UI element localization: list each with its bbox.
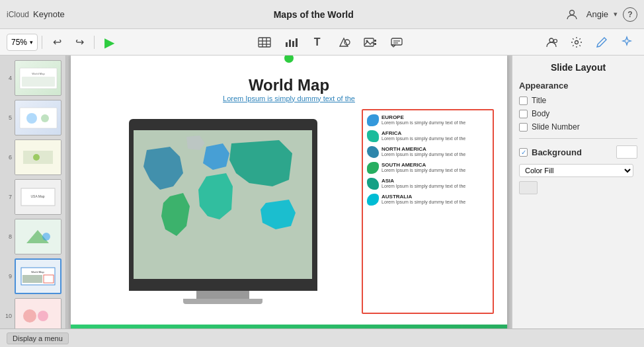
europe-name: EUROPE xyxy=(382,114,465,120)
asia-name: ASIA xyxy=(382,178,465,184)
title-checkbox-row: Title xyxy=(519,96,637,105)
title-checkbox-label: Title xyxy=(532,96,546,105)
settings-button[interactable] xyxy=(566,32,587,52)
display-menu-button[interactable]: Display a menu xyxy=(7,332,69,344)
africa-icon xyxy=(367,130,379,142)
background-section-title: Background xyxy=(532,147,582,157)
magic-button[interactable] xyxy=(616,32,637,52)
map-container xyxy=(84,109,362,314)
slide-thumb-9[interactable]: 9 World Map xyxy=(0,256,65,296)
collaborate-icon[interactable] xyxy=(563,5,581,24)
slide-num-10: 10 xyxy=(4,313,12,319)
north-america-desc: Lorem Ipsum is simply dummy text of the xyxy=(382,152,465,157)
media-button[interactable] xyxy=(360,32,381,52)
color-fill-row: Color Fill Gradient Fill Image Fill No F… xyxy=(519,164,637,177)
monitor-screen xyxy=(134,130,312,279)
app-name[interactable]: Keynote xyxy=(33,9,65,19)
slide-thumb-5[interactable]: 5 xyxy=(0,98,65,137)
panel-divider xyxy=(519,138,637,139)
zoom-chevron-icon: ▾ xyxy=(30,39,33,46)
svg-rect-35 xyxy=(22,275,42,283)
monitor-frame xyxy=(129,119,317,291)
top-bar-center: Maps of the World xyxy=(70,9,557,20)
body-checkbox-row: Body xyxy=(519,109,637,118)
svg-rect-14 xyxy=(374,43,376,45)
slide-thumb-7[interactable]: 7 USA Map xyxy=(0,177,65,217)
slide-thumb-6[interactable]: 6 xyxy=(0,137,65,177)
background-checkbox[interactable]: ✓ xyxy=(519,148,528,157)
title-checkbox[interactable] xyxy=(519,96,528,105)
africa-name: AFRICA xyxy=(382,130,465,136)
svg-point-38 xyxy=(38,311,48,321)
south-america-name: SOUTH AMERICA xyxy=(382,162,465,168)
zoom-value: 75% xyxy=(11,38,27,47)
slide-img-10 xyxy=(15,298,61,328)
australia-desc: Lorem Ipsum is simply dummy text of the xyxy=(382,200,465,205)
background-section-header: ✓ Background xyxy=(519,145,637,159)
legend-item-north-america: NORTH AMERICA Lorem Ipsum is simply dumm… xyxy=(367,146,489,158)
legend-item-europe: EUROPE Lorem Ipsum is simply dummy text … xyxy=(367,114,489,126)
world-map-svg xyxy=(134,130,312,279)
asia-text: ASIA Lorem Ipsum is simply dummy text of… xyxy=(382,178,465,189)
north-america-name: NORTH AMERICA xyxy=(382,146,465,152)
slide-thumb-4[interactable]: 4 World Map xyxy=(0,58,65,98)
south-america-desc: Lorem Ipsum is simply dummy text of the xyxy=(382,168,465,173)
slide-thumb-10[interactable]: 10 xyxy=(0,296,65,328)
slide-dot xyxy=(284,56,294,63)
africa-desc: Lorem Ipsum is simply dummy text of the xyxy=(382,136,465,141)
toolbar-divider-2 xyxy=(94,36,95,49)
body-checkbox[interactable] xyxy=(519,110,528,118)
north-america-text: NORTH AMERICA Lorem Ipsum is simply dumm… xyxy=(382,146,465,157)
slide-panel: 4 World Map 5 6 7 xyxy=(0,56,66,328)
top-bar-left: iCloud Keynote xyxy=(7,9,65,19)
svg-point-37 xyxy=(23,309,36,323)
chart-button[interactable] xyxy=(280,32,302,52)
legend-item-south-america: SOUTH AMERICA Lorem Ipsum is simply dumm… xyxy=(367,162,489,174)
user-chevron-icon[interactable]: ▾ xyxy=(614,10,618,19)
legend-item-australia: AUSTRALIA Lorem Ipsum is simply dummy te… xyxy=(367,194,489,206)
slide-img-8 xyxy=(15,219,61,254)
table-button[interactable] xyxy=(254,32,275,52)
europe-text: EUROPE Lorem Ipsum is simply dummy text … xyxy=(382,114,465,126)
svg-point-20 xyxy=(575,40,579,44)
slide-img-6 xyxy=(15,139,61,175)
svg-rect-9 xyxy=(296,38,298,47)
svg-rect-23 xyxy=(22,77,55,87)
text-button[interactable]: T xyxy=(307,32,328,52)
undo-button[interactable]: ↩ xyxy=(46,32,67,52)
pen-button[interactable] xyxy=(591,32,612,52)
zoom-selector[interactable]: 75% ▾ xyxy=(7,34,38,51)
background-color-swatch[interactable] xyxy=(616,145,637,159)
slide-number-checkbox[interactable] xyxy=(519,123,528,132)
slide-img-7: USA Map xyxy=(15,179,61,215)
icloud-logo[interactable]: iCloud xyxy=(7,10,29,19)
slide-canvas[interactable]: World Map Lorem Ipsum is simply dummy te… xyxy=(71,56,507,328)
user-settings-button[interactable] xyxy=(541,32,562,52)
shape-button[interactable] xyxy=(333,32,354,52)
toolbar-center-group: T xyxy=(122,32,538,52)
slide-bottom-bar xyxy=(71,325,507,329)
redo-button[interactable]: ↪ xyxy=(69,32,90,52)
help-button[interactable]: ? xyxy=(623,7,637,22)
color-swatch-small[interactable] xyxy=(519,181,538,194)
play-button[interactable]: ▶ xyxy=(99,32,120,52)
slide-subtitle: Lorem Ipsum is simply dummy text of the xyxy=(71,95,507,102)
color-fill-select[interactable]: Color Fill Gradient Fill Image Fill No F… xyxy=(519,164,633,177)
slide-num-7: 7 xyxy=(4,194,12,200)
comment-button[interactable] xyxy=(386,32,407,52)
south-america-text: SOUTH AMERICA Lorem Ipsum is simply dumm… xyxy=(382,162,465,173)
north-america-icon xyxy=(367,146,379,158)
toolbar-left-group: 75% ▾ ↩ ↪ ▶ xyxy=(7,32,120,52)
document-title: Maps of the World xyxy=(274,9,354,20)
svg-rect-24 xyxy=(20,108,57,128)
australia-name: AUSTRALIA xyxy=(382,194,465,200)
europe-desc: Lorem Ipsum is simply dummy text of the xyxy=(382,120,465,126)
color-swatch-row xyxy=(519,181,637,194)
slide-num-9: 9 xyxy=(4,273,12,280)
slide-img-5 xyxy=(15,100,61,135)
legend-item-asia: ASIA Lorem Ipsum is simply dummy text of… xyxy=(367,178,489,190)
svg-rect-1 xyxy=(259,38,270,47)
slide-thumb-8[interactable]: 8 xyxy=(0,217,65,256)
username[interactable]: Angie xyxy=(586,9,608,19)
slide-img-4: World Map xyxy=(15,60,61,96)
